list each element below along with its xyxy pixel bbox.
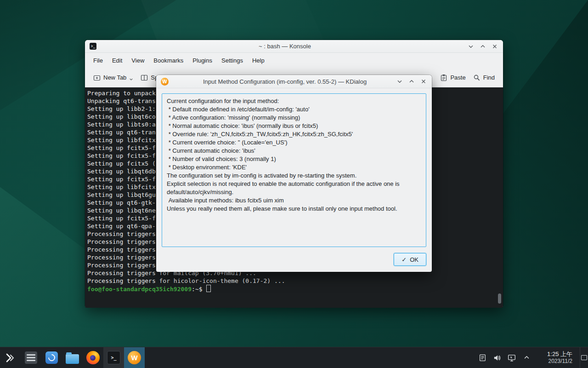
dialog-text-line: Available input methods: ibus fcitx5 uim…	[167, 196, 421, 205]
terminal-scrollbar[interactable]	[498, 293, 501, 304]
menu-item[interactable]: View	[127, 55, 149, 66]
discover-icon	[45, 351, 58, 364]
close-icon[interactable]	[491, 43, 498, 50]
dialog-text-line: * Default mode defined in /etc/default/i…	[167, 105, 421, 114]
split-view-icon	[141, 74, 148, 81]
task-manager-icon	[25, 351, 37, 364]
maximize-icon[interactable]	[408, 78, 415, 85]
dialog-text-line: * Number of valid choices: 3 (normally 1…	[167, 155, 421, 163]
clock-time: 1:25 上午	[540, 351, 572, 358]
search-icon	[473, 74, 481, 81]
taskbar: >_ W 1:25 上午 2023/11/2	[0, 347, 588, 368]
firefox-button[interactable]	[83, 347, 103, 368]
clock-widget[interactable]: 1:25 上午 2023/11/2	[540, 351, 572, 365]
dialog-text-line: * Desktop environment: 'KDE'	[167, 163, 421, 172]
ok-button-label: OK	[410, 256, 418, 263]
minimize-icon[interactable]	[467, 43, 475, 50]
kdialog-titlebar[interactable]: W Input Method Configuration (im-config,…	[156, 75, 432, 88]
dialog-text-line: * Active configuration: 'missing' (norma…	[167, 114, 421, 122]
kdialog-w-icon: W	[128, 351, 141, 364]
close-icon[interactable]	[420, 78, 427, 85]
menu-item[interactable]: File	[89, 55, 107, 66]
new-tab-button[interactable]: New Tab	[90, 71, 137, 84]
clock-date: 2023/11/2	[540, 358, 572, 365]
find-button[interactable]: Find	[469, 71, 498, 84]
dialog-text-line: Explicit selection is not required to en…	[167, 180, 421, 196]
menu-item[interactable]: Bookmarks	[149, 55, 188, 66]
konsole-task-button[interactable]: >_	[103, 347, 124, 368]
dialog-text-line: * Current override choice: '' (Locale='e…	[167, 138, 421, 147]
app-launcher-icon	[5, 352, 17, 364]
show-desktop-icon	[581, 355, 587, 360]
kdialog-task-button[interactable]: W	[124, 347, 145, 368]
tray-expander-icon[interactable]	[521, 352, 532, 363]
paste-button[interactable]: Paste	[436, 71, 469, 84]
prompt-suffix: :~$	[192, 286, 202, 293]
check-icon: ✓	[401, 256, 407, 263]
dialog-message-area: Current configuration for the input meth…	[162, 93, 426, 247]
menu-item[interactable]: Settings	[217, 55, 248, 66]
new-tab-icon	[93, 74, 101, 81]
kdialog-window-icon: W	[161, 78, 169, 86]
terminal-prompt-line: foo@foo-standardpcq35ich92009:~$	[87, 285, 503, 293]
dialog-text-line: Unless you really need them all, please …	[167, 205, 421, 213]
firefox-icon	[86, 351, 100, 364]
clipboard-tray-icon[interactable]	[477, 352, 488, 363]
menu-item[interactable]: Edit	[107, 55, 127, 66]
folder-icon	[66, 354, 79, 364]
menu-item[interactable]: Plugins	[188, 55, 217, 66]
window-title: ~ : bash — Konsole	[108, 43, 462, 50]
show-desktop-button[interactable]	[580, 347, 588, 368]
terminal-cursor	[206, 285, 211, 292]
chevron-down-icon	[129, 77, 133, 81]
ok-button[interactable]: ✓ OK	[394, 253, 426, 266]
minimize-icon[interactable]	[396, 78, 403, 85]
kdialog-window: W Input Method Configuration (im-config,…	[156, 75, 432, 272]
konsole-icon: >_	[107, 351, 120, 364]
app-launcher-button[interactable]	[0, 347, 21, 368]
dialog-title: Input Method Configuration (im-config, v…	[179, 78, 390, 85]
dialog-text-line: * Override rule: 'zh_CN,fcitx5:zh_TW,fci…	[167, 130, 421, 138]
terminal-line: Processing triggers for hicolor-icon-the…	[87, 277, 503, 285]
display-tray-icon[interactable]	[506, 352, 517, 363]
dolphin-button[interactable]	[62, 347, 83, 368]
konsole-window-icon: >_	[90, 43, 96, 50]
maximize-icon[interactable]	[479, 43, 486, 50]
dialog-text-line: The configuration set by im-config is ac…	[167, 172, 421, 180]
konsole-menubar: FileEditViewBookmarksPluginsSettingsHelp	[85, 53, 503, 68]
konsole-titlebar[interactable]: >_ ~ : bash — Konsole	[85, 40, 503, 53]
dialog-text-line: Current configuration for the input meth…	[167, 97, 421, 105]
menu-item[interactable]: Help	[248, 55, 269, 66]
prompt-user-host: foo@foo-standardpcq35ich92009	[87, 286, 192, 293]
task-manager-button[interactable]	[21, 347, 41, 368]
volume-icon[interactable]	[492, 352, 503, 363]
dialog-text-line: * Normal automatic choice: 'ibus' (norma…	[167, 122, 421, 130]
discover-button[interactable]	[41, 347, 62, 368]
paste-icon	[440, 74, 447, 81]
dialog-text-line: * Current automatic choice: 'ibus'	[167, 147, 421, 155]
